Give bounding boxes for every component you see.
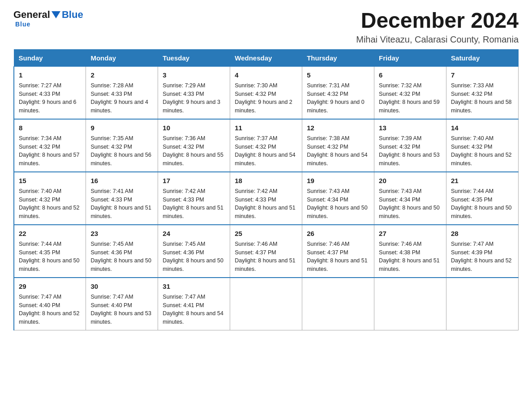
table-row: 21 Sunrise: 7:44 AMSunset: 4:35 PMDaylig…: [446, 172, 519, 225]
logo: General Blue Blue: [13, 9, 83, 28]
day-info: Sunrise: 7:47 AMSunset: 4:40 PMDaylight:…: [19, 294, 80, 325]
day-number: 20: [379, 176, 442, 185]
day-info: Sunrise: 7:41 AMSunset: 4:33 PMDaylight:…: [90, 188, 151, 219]
day-number: 17: [163, 176, 225, 185]
day-info: Sunrise: 7:43 AMSunset: 4:34 PMDaylight:…: [307, 188, 368, 219]
day-number: 21: [451, 176, 514, 185]
day-number: 26: [307, 229, 369, 238]
logo-general-text: General: [13, 9, 50, 21]
table-row: [302, 278, 374, 330]
day-info: Sunrise: 7:36 AMSunset: 4:32 PMDaylight:…: [163, 135, 223, 167]
table-row: 15 Sunrise: 7:40 AMSunset: 4:32 PMDaylig…: [14, 172, 86, 225]
day-number: 18: [235, 176, 297, 185]
table-row: 31 Sunrise: 7:47 AMSunset: 4:41 PMDaylig…: [158, 278, 230, 330]
calendar-row: 22 Sunrise: 7:44 AMSunset: 4:35 PMDaylig…: [14, 225, 519, 278]
table-row: 24 Sunrise: 7:45 AMSunset: 4:36 PMDaylig…: [158, 225, 230, 278]
day-info: Sunrise: 7:28 AMSunset: 4:33 PMDaylight:…: [90, 82, 148, 114]
day-info: Sunrise: 7:31 AMSunset: 4:32 PMDaylight:…: [307, 82, 365, 114]
day-info: Sunrise: 7:42 AMSunset: 4:33 PMDaylight:…: [235, 188, 296, 219]
day-number: 13: [379, 123, 442, 133]
day-info: Sunrise: 7:34 AMSunset: 4:32 PMDaylight:…: [19, 135, 80, 167]
day-number: 31: [163, 282, 225, 291]
table-row: 30 Sunrise: 7:47 AMSunset: 4:40 PMDaylig…: [86, 278, 158, 330]
col-wednesday: Wednesday: [230, 49, 302, 66]
title-area: December 2024 Mihai Viteazu, Calarasi Co…: [356, 9, 519, 45]
day-info: Sunrise: 7:32 AMSunset: 4:32 PMDaylight:…: [379, 82, 440, 114]
day-number: 24: [163, 229, 225, 238]
day-number: 23: [90, 229, 153, 238]
table-row: 7 Sunrise: 7:33 AMSunset: 4:32 PMDayligh…: [446, 66, 519, 119]
table-row: 25 Sunrise: 7:46 AMSunset: 4:37 PMDaylig…: [230, 225, 302, 278]
day-info: Sunrise: 7:44 AMSunset: 4:35 PMDaylight:…: [19, 241, 80, 272]
table-row: 18 Sunrise: 7:42 AMSunset: 4:33 PMDaylig…: [230, 172, 302, 225]
col-friday: Friday: [374, 49, 446, 66]
day-number: 19: [307, 176, 369, 185]
day-info: Sunrise: 7:47 AMSunset: 4:41 PMDaylight:…: [163, 294, 223, 325]
day-info: Sunrise: 7:40 AMSunset: 4:32 PMDaylight:…: [451, 135, 512, 167]
table-row: 16 Sunrise: 7:41 AMSunset: 4:33 PMDaylig…: [86, 172, 158, 225]
table-row: 2 Sunrise: 7:28 AMSunset: 4:33 PMDayligh…: [86, 66, 158, 119]
table-row: 23 Sunrise: 7:45 AMSunset: 4:36 PMDaylig…: [86, 225, 158, 278]
table-row: 17 Sunrise: 7:42 AMSunset: 4:33 PMDaylig…: [158, 172, 230, 225]
calendar-row: 29 Sunrise: 7:47 AMSunset: 4:40 PMDaylig…: [14, 278, 519, 330]
day-number: 15: [19, 176, 81, 185]
day-number: 8: [19, 123, 81, 133]
table-row: [446, 278, 519, 330]
day-number: 28: [451, 229, 514, 238]
logo-tagline: Blue: [15, 21, 30, 28]
day-number: 9: [90, 123, 153, 133]
day-info: Sunrise: 7:38 AMSunset: 4:32 PMDaylight:…: [307, 135, 368, 167]
day-info: Sunrise: 7:37 AMSunset: 4:32 PMDaylight:…: [235, 135, 296, 167]
day-number: 14: [451, 123, 514, 133]
calendar-row: 1 Sunrise: 7:27 AMSunset: 4:33 PMDayligh…: [14, 66, 519, 119]
day-info: Sunrise: 7:40 AMSunset: 4:32 PMDaylight:…: [19, 188, 80, 219]
day-number: 3: [163, 70, 225, 80]
table-row: 28 Sunrise: 7:47 AMSunset: 4:39 PMDaylig…: [446, 225, 519, 278]
day-info: Sunrise: 7:42 AMSunset: 4:33 PMDaylight:…: [163, 188, 223, 219]
table-row: 22 Sunrise: 7:44 AMSunset: 4:35 PMDaylig…: [14, 225, 86, 278]
day-info: Sunrise: 7:43 AMSunset: 4:34 PMDaylight:…: [379, 188, 440, 219]
day-info: Sunrise: 7:47 AMSunset: 4:39 PMDaylight:…: [451, 241, 512, 272]
table-row: 4 Sunrise: 7:30 AMSunset: 4:32 PMDayligh…: [230, 66, 302, 119]
table-row: [230, 278, 302, 330]
table-row: 10 Sunrise: 7:36 AMSunset: 4:32 PMDaylig…: [158, 119, 230, 172]
day-info: Sunrise: 7:44 AMSunset: 4:35 PMDaylight:…: [451, 188, 512, 219]
day-info: Sunrise: 7:47 AMSunset: 4:40 PMDaylight:…: [90, 294, 151, 325]
logo-blue-text: Blue: [62, 9, 83, 21]
col-saturday: Saturday: [446, 49, 519, 66]
table-row: 13 Sunrise: 7:39 AMSunset: 4:32 PMDaylig…: [374, 119, 446, 172]
calendar-table: Sunday Monday Tuesday Wednesday Thursday…: [13, 49, 519, 330]
location-subtitle: Mihai Viteazu, Calarasi County, Romania: [356, 34, 519, 45]
day-number: 5: [307, 70, 369, 80]
day-number: 29: [19, 282, 81, 291]
day-number: 6: [379, 70, 442, 80]
day-info: Sunrise: 7:30 AMSunset: 4:32 PMDaylight:…: [235, 82, 292, 114]
day-number: 1: [19, 70, 81, 80]
day-number: 11: [235, 123, 297, 133]
day-number: 25: [235, 229, 297, 238]
col-monday: Monday: [86, 49, 158, 66]
table-row: 9 Sunrise: 7:35 AMSunset: 4:32 PMDayligh…: [86, 119, 158, 172]
day-info: Sunrise: 7:46 AMSunset: 4:37 PMDaylight:…: [235, 241, 296, 272]
day-info: Sunrise: 7:46 AMSunset: 4:38 PMDaylight:…: [379, 241, 440, 272]
day-info: Sunrise: 7:46 AMSunset: 4:37 PMDaylight:…: [307, 241, 368, 272]
day-info: Sunrise: 7:45 AMSunset: 4:36 PMDaylight:…: [90, 241, 151, 272]
day-number: 2: [90, 70, 153, 80]
day-info: Sunrise: 7:33 AMSunset: 4:32 PMDaylight:…: [451, 82, 512, 114]
day-info: Sunrise: 7:45 AMSunset: 4:36 PMDaylight:…: [163, 241, 223, 272]
header: General Blue Blue December 2024 Mihai Vi…: [13, 9, 519, 45]
col-tuesday: Tuesday: [158, 49, 230, 66]
table-row: 8 Sunrise: 7:34 AMSunset: 4:32 PMDayligh…: [14, 119, 86, 172]
day-info: Sunrise: 7:35 AMSunset: 4:32 PMDaylight:…: [90, 135, 151, 167]
table-row: 11 Sunrise: 7:37 AMSunset: 4:32 PMDaylig…: [230, 119, 302, 172]
table-row: 19 Sunrise: 7:43 AMSunset: 4:34 PMDaylig…: [302, 172, 374, 225]
day-number: 27: [379, 229, 442, 238]
day-number: 12: [307, 123, 369, 133]
calendar-row: 8 Sunrise: 7:34 AMSunset: 4:32 PMDayligh…: [14, 119, 519, 172]
day-number: 22: [19, 229, 81, 238]
table-row: 5 Sunrise: 7:31 AMSunset: 4:32 PMDayligh…: [302, 66, 374, 119]
calendar-row: 15 Sunrise: 7:40 AMSunset: 4:32 PMDaylig…: [14, 172, 519, 225]
col-sunday: Sunday: [14, 49, 86, 66]
table-row: 26 Sunrise: 7:46 AMSunset: 4:37 PMDaylig…: [302, 225, 374, 278]
table-row: 12 Sunrise: 7:38 AMSunset: 4:32 PMDaylig…: [302, 119, 374, 172]
